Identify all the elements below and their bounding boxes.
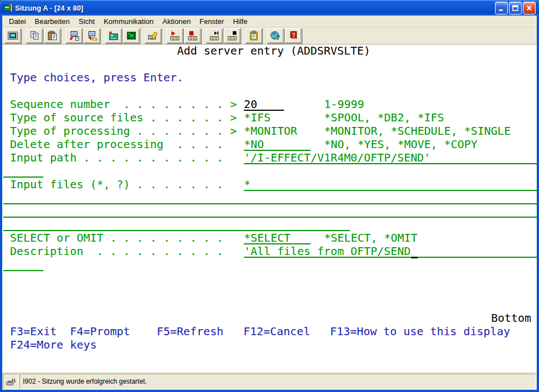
terminal-input-field[interactable]: 20 — [244, 98, 284, 111]
terminal-text: *NO, *YES, *MOVE, *COPY — [324, 138, 477, 151]
stop-play-macro-button[interactable] — [223, 28, 241, 43]
menu-item-kommunikation[interactable]: Kommunikation — [99, 16, 158, 27]
status-message: I902 - Sitzung wurde erfolgreich gestart… — [19, 374, 536, 389]
terminal-row: Type choices, press Enter. — [2, 71, 537, 85]
terminal-row — [2, 258, 537, 272]
terminal-cursor — [411, 245, 418, 258]
help-index-icon — [270, 31, 281, 41]
display-setup-icon — [108, 31, 119, 41]
send-file-icon — [68, 31, 80, 41]
terminal-input-field[interactable]: *NO — [244, 138, 311, 151]
toolbar-separator — [263, 28, 267, 43]
title-bar[interactable]: Sitzung A - [24 x 80] — [0, 0, 539, 16]
terminal-text: Input files (*, ?) . . . . . . . — [10, 178, 223, 192]
help-index-button[interactable] — [267, 28, 284, 43]
paste-icon — [47, 31, 58, 41]
menu-item-datei[interactable]: Datei — [4, 16, 30, 27]
terminal-input-field[interactable]: '/I-EFFECT/V1R4M0/OFTP/SEND' — [244, 151, 537, 165]
terminal-input-field[interactable]: *SELECT — [244, 232, 311, 245]
terminal-text: *MONITOR, *SCHEDULE, *SINGLE — [324, 125, 511, 138]
terminal-row — [2, 205, 537, 218]
terminal-row: Input path . . . . . . . . . . .'/I-EFFE… — [2, 151, 537, 165]
minimize-icon — [498, 4, 505, 12]
terminal-text: Type of processing . . . . . . . > — [10, 125, 237, 138]
terminal-input-field[interactable] — [3, 205, 537, 218]
terminal-row: Description . . . . . . . . . .'All file… — [2, 245, 537, 258]
edit-clipboard-button[interactable] — [245, 28, 262, 43]
play-macro-button[interactable] — [205, 28, 223, 43]
close-icon — [526, 4, 533, 12]
terminal-row — [2, 218, 537, 232]
terminal-text: 1-9999 — [324, 98, 364, 111]
terminal-text: Add server entry (ADDSRVSLTE) — [177, 45, 370, 58]
menu-item-hilfe[interactable]: Hilfe — [228, 16, 252, 27]
close-button[interactable] — [523, 2, 536, 14]
minimize-button[interactable] — [495, 2, 508, 14]
play-macro-icon — [209, 31, 220, 41]
menu-item-bearbeiten[interactable]: Bearbeiten — [30, 16, 74, 27]
terminal-text: SELECT or OMIT . . . . . . . . . — [10, 232, 223, 245]
terminal-row: Sequence number . . . . . . . . >20 1-99… — [2, 98, 537, 111]
terminal-text: Description . . . . . . . . . . — [10, 245, 223, 258]
keyboard-setup-icon — [148, 31, 159, 41]
terminal-input-field[interactable] — [3, 192, 537, 205]
terminal-input-field[interactable] — [3, 165, 43, 178]
connection-status-icon — [6, 377, 16, 386]
toolbar-separator — [241, 28, 245, 43]
terminal-input-field[interactable]: *MONITOR — [244, 125, 297, 138]
color-mapping-button[interactable] — [122, 28, 140, 43]
terminal-row: Type of processing . . . . . . . >*MONIT… — [2, 125, 537, 138]
receive-file-button[interactable] — [83, 28, 100, 43]
toolbar-separator — [162, 28, 166, 43]
display-setup-button[interactable] — [105, 28, 122, 43]
send-file-button[interactable] — [65, 28, 82, 43]
edit-clipboard-icon — [248, 31, 259, 41]
app-icon[interactable] — [3, 3, 13, 13]
menu-item-fenster[interactable]: Fenster — [195, 16, 228, 27]
stop-record-macro-button[interactable] — [184, 28, 201, 43]
terminal-input-field[interactable] — [3, 258, 43, 272]
print-screen-button[interactable] — [4, 28, 21, 43]
terminal-text: *SPOOL, *DB2, *IFS — [324, 111, 444, 125]
record-macro-button[interactable] — [166, 28, 183, 43]
menu-item-aktionen[interactable]: Aktionen — [158, 16, 195, 27]
toolbar-separator — [202, 28, 205, 43]
menu-bar: DateiBearbeitenSichtKommunikationAktione… — [2, 16, 537, 27]
menu-item-sicht[interactable]: Sicht — [74, 16, 99, 27]
copy-button[interactable] — [26, 28, 43, 43]
terminal-screen[interactable]: Add server entry (ADDSRVSLTE)Type choice… — [2, 45, 537, 371]
status-bar: I902 - Sitzung wurde erfolgreich gestart… — [2, 371, 537, 390]
receive-file-icon — [86, 31, 97, 41]
maximize-button[interactable] — [509, 2, 522, 14]
terminal-row — [2, 192, 537, 205]
terminal-text: *SELECT, *OMIT — [324, 232, 418, 245]
terminal-row: Type of source files . . . . . . >*IFS*S… — [2, 111, 537, 125]
toolbar-separator — [140, 28, 144, 43]
terminal-text: Delete after processing . . . . — [10, 138, 223, 151]
color-mapping-icon — [126, 31, 137, 41]
terminal-row: F3=Exit F4=Prompt F5=Refresh F12=Cancel … — [2, 325, 537, 339]
terminal-input-field[interactable]: *IFS — [244, 111, 271, 125]
window-frame: DateiBearbeitenSichtKommunikationAktione… — [0, 16, 539, 392]
paste-button[interactable] — [43, 28, 61, 43]
terminal-input-field[interactable] — [418, 245, 537, 258]
terminal-input-field[interactable]: 'All files from OFTP/SEND — [244, 245, 410, 258]
window-title: Sitzung A - [24 x 80] — [15, 4, 495, 12]
terminal-text: Type choices, press Enter. — [10, 71, 183, 85]
keyboard-setup-button[interactable] — [144, 28, 161, 43]
terminal-row: Input files (*, ?) . . . . . . .* — [2, 178, 537, 192]
stop-record-macro-icon — [187, 31, 198, 41]
application-window: Sitzung A - [24 x 80] DateiBearbeitenSic… — [0, 0, 539, 392]
stop-play-macro-icon — [227, 31, 238, 41]
terminal-text: F3=Exit F4=Prompt F5=Refresh F12=Cancel … — [10, 325, 510, 339]
print-screen-icon — [7, 31, 18, 41]
toolbar-separator — [101, 28, 105, 43]
terminal-input-field[interactable]: * — [244, 178, 537, 192]
terminal-row: F24=More keys — [2, 339, 537, 352]
terminal-text: Type of source files . . . . . . > — [10, 111, 237, 125]
toolbar-separator — [22, 28, 26, 43]
terminal-text: Sequence number . . . . . . . . > — [10, 98, 237, 111]
help-button[interactable] — [285, 28, 302, 43]
terminal-text: F24=More keys — [10, 339, 97, 352]
terminal-input-field[interactable] — [3, 218, 350, 232]
